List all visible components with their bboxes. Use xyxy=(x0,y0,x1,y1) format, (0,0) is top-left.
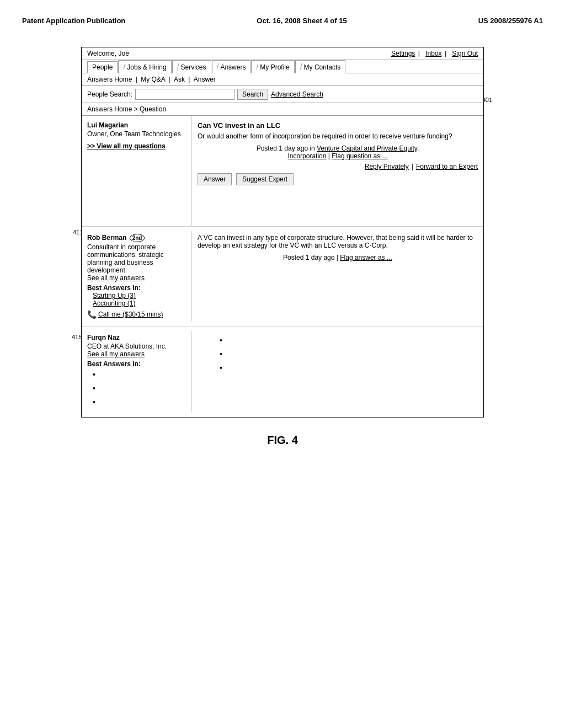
search-input[interactable] xyxy=(135,89,234,100)
tab-answers[interactable]: Answers xyxy=(212,60,251,73)
suggest-expert-button[interactable]: Suggest Expert xyxy=(236,173,294,185)
sub-nav: Answers Home | My Q&A | Ask | Answer xyxy=(82,73,483,86)
question-detail: Can VC invest in an LLC Or would another… xyxy=(192,116,483,226)
answer-1-section: Rob Berman 2nd Consultant in corporate c… xyxy=(82,226,483,326)
patent-header-right: US 2008/255976 A1 xyxy=(478,17,543,25)
sep2: | xyxy=(445,50,446,57)
call-me-1: 📞 Call me ($30/15 mins) xyxy=(87,310,186,319)
tab-my-contacts[interactable]: My Contacts xyxy=(295,60,346,73)
ref-415: 415 xyxy=(72,334,82,340)
question-content-area: Lui Magarian Owner, One Team Technologie… xyxy=(82,116,483,226)
bullet-3: • xyxy=(93,395,186,409)
breadcrumb-bar: Answers Home > Question xyxy=(82,103,483,116)
tab-jobs-hiring[interactable]: Jobs & Hiring xyxy=(118,60,171,73)
answer-2-text-area: • • • xyxy=(192,331,483,413)
see-all-answers-2-link[interactable]: See all my answers xyxy=(87,350,186,358)
settings-link[interactable]: Settings xyxy=(391,50,415,57)
question-meta: Posted 1 day ago in Venture Capital and … xyxy=(198,144,478,160)
subnav-ask[interactable]: Ask xyxy=(174,76,185,83)
question-action-links: Reply Privately | Forward to an Expert xyxy=(198,163,478,170)
venture-capital-link[interactable]: Venture Capital and Private Equity, xyxy=(317,144,419,152)
patent-header-center: Oct. 16, 2008 Sheet 4 of 15 xyxy=(257,17,347,25)
answerer-1-name: Rob Berman 2nd xyxy=(87,234,186,242)
search-bar: People Search: Search Advanced Search xyxy=(82,86,483,103)
flag-question-link[interactable]: Flag question as ... xyxy=(332,152,387,160)
tab-people[interactable]: People xyxy=(87,61,118,73)
question-title: Can VC invest in an LLC xyxy=(198,121,478,130)
answerer-1-links: See all my answers xyxy=(87,274,186,282)
sep1: | xyxy=(418,50,420,57)
answer-button[interactable]: Answer xyxy=(198,173,232,185)
inbox-link[interactable]: Inbox xyxy=(425,50,441,57)
answerer-2-title: CEO at AKA Solutions, Inc. xyxy=(87,342,186,350)
tab-my-profile[interactable]: My Profile xyxy=(251,60,294,73)
reply-privately-link[interactable]: Reply Privately xyxy=(365,163,409,170)
subnav-answers-home[interactable]: Answers Home xyxy=(87,76,132,83)
answer-2-right-bullets: • • • xyxy=(198,334,478,376)
forward-expert-link[interactable]: Forward to an Expert xyxy=(416,163,478,170)
best-answers-1-list: Starting Up (3) Accounting (1) xyxy=(87,292,186,307)
answerer-2-name: Furqn Naz xyxy=(87,334,186,341)
view-questions-link[interactable]: >> View all my questions xyxy=(87,142,186,150)
starting-up-link[interactable]: Starting Up (3) xyxy=(87,292,186,299)
answerer-2-info: Furqn Naz CEO at AKA Solutions, Inc. See… xyxy=(82,331,192,413)
flag-answer-1-link[interactable]: Flag answer as ... xyxy=(340,254,392,261)
bullet-2: • xyxy=(93,382,186,395)
subnav-answer[interactable]: Answer xyxy=(194,76,216,83)
phone-icon: 📞 xyxy=(87,310,97,319)
r-bullet-3: • xyxy=(220,361,478,375)
answer-2-section: Furqn Naz CEO at AKA Solutions, Inc. See… xyxy=(82,326,483,417)
patent-header-left: Patent Application Publication xyxy=(22,17,125,25)
incorporation-link[interactable]: Incorporation xyxy=(287,152,326,160)
patent-header: Patent Application Publication Oct. 16, … xyxy=(22,11,543,36)
question-action-buttons: Answer Suggest Expert xyxy=(198,173,478,185)
ui-mockup: Welcome, Joe Settings | Inbox | Sign Out… xyxy=(81,47,484,417)
nav-tabs-bar: People Jobs & Hiring Services Answers My… xyxy=(82,60,483,73)
bullet-1: • xyxy=(93,368,186,382)
asker-title: Owner, One Team Technologies xyxy=(87,130,186,138)
call-me-1-link[interactable]: Call me ($30/15 mins) xyxy=(98,311,163,318)
search-button[interactable]: Search xyxy=(237,89,268,100)
question-body: Or would another form of incorporation b… xyxy=(198,132,478,140)
best-answers-2-bullets: • • • xyxy=(87,368,186,410)
answer-1-text: A VC can invest in any type of corporate… xyxy=(198,234,478,249)
best-answers-2-label: Best Answers in: xyxy=(87,360,186,368)
best-answers-1-label: Best Answers in: xyxy=(87,284,186,292)
answerer-1-title: Consultant in corporate communications, … xyxy=(87,243,186,274)
r-bullet-2: • xyxy=(220,347,478,361)
answerer-2-links: See all my answers xyxy=(87,350,186,358)
answer-1-text-area: A VC can invest in any type of corporate… xyxy=(192,231,483,322)
r-bullet-1: • xyxy=(220,334,478,347)
top-bar-links: Settings | Inbox | Sign Out xyxy=(388,50,478,57)
answerer-1-info: Rob Berman 2nd Consultant in corporate c… xyxy=(82,231,192,322)
signout-link[interactable]: Sign Out xyxy=(452,50,478,57)
see-all-answers-1-link[interactable]: See all my answers xyxy=(87,274,186,282)
top-bar: Welcome, Joe Settings | Inbox | Sign Out xyxy=(82,47,483,60)
fig-label: FIG. 4 xyxy=(22,434,543,447)
tab-services[interactable]: Services xyxy=(172,60,211,73)
welcome-text: Welcome, Joe xyxy=(87,50,129,57)
diagram-outer: 401 403 405 407 409 411 417 415 413 Welc… xyxy=(67,47,498,417)
search-label: People Search: xyxy=(87,90,132,98)
asker-name: Lui Magarian xyxy=(87,121,186,129)
asker-info: Lui Magarian Owner, One Team Technologie… xyxy=(82,116,192,226)
accounting-link[interactable]: Accounting (1) xyxy=(87,299,186,307)
answerer-1-badge: 2nd xyxy=(130,234,145,242)
breadcrumb: Answers Home > Question xyxy=(87,105,166,113)
advanced-search-link[interactable]: Advanced Search xyxy=(271,90,323,98)
answer-1-meta: Posted 1 day ago | Flag answer as ... xyxy=(198,254,478,261)
subnav-myqa[interactable]: My Q&A xyxy=(141,76,165,83)
